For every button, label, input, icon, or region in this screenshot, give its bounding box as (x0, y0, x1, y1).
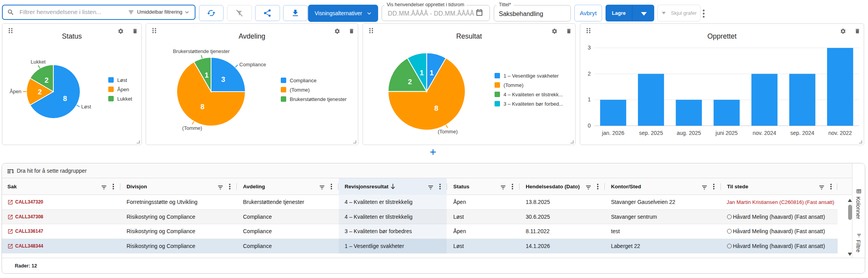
svg-text:2: 2 (588, 71, 591, 77)
svg-text:nov. 2022: nov. 2022 (828, 130, 852, 136)
svg-text:aug. 2025: aug. 2025 (677, 130, 701, 136)
svg-text:1: 1 (588, 96, 591, 103)
svg-text:juni 2025: juni 2025 (715, 130, 738, 136)
svg-text:sep. 2025: sep. 2025 (639, 130, 663, 136)
svg-text:jan. 2026: jan. 2026 (602, 130, 625, 136)
svg-text:nov. 2024: nov. 2024 (753, 130, 776, 136)
svg-text:0: 0 (588, 122, 591, 129)
svg-text:3: 3 (588, 44, 591, 51)
svg-text:sep. 2024: sep. 2024 (791, 130, 815, 136)
